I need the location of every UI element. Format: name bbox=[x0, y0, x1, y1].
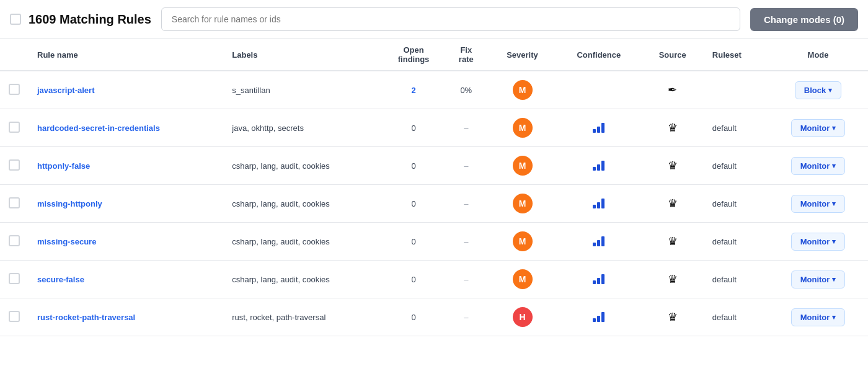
open-findings-cell: 0 bbox=[383, 147, 443, 185]
select-all-checkbox[interactable] bbox=[10, 14, 21, 25]
confidence-bar-2 bbox=[597, 164, 600, 171]
severity-cell: M bbox=[489, 185, 556, 223]
confidence-bar-2 bbox=[597, 316, 600, 322]
confidence-bar-2 bbox=[597, 240, 600, 246]
mode-button[interactable]: Monitor ▾ bbox=[791, 195, 846, 213]
crown-icon: ♛ bbox=[668, 235, 678, 248]
chevron-down-icon: ▾ bbox=[832, 124, 836, 132]
table-row: javascript-alerts_santillan20%M✒Block ▾ bbox=[0, 71, 868, 109]
mode-cell: Monitor ▾ bbox=[768, 298, 868, 336]
ruleset-cell: default bbox=[704, 261, 768, 298]
rule-labels: csharp, lang, audit, cookies bbox=[223, 147, 383, 185]
mode-label: Monitor bbox=[800, 313, 830, 322]
header-left: 1609 Matching Rules bbox=[10, 12, 151, 27]
fix-rate-cell: 0% bbox=[444, 71, 489, 109]
chevron-down-icon: ▾ bbox=[832, 162, 836, 170]
crown-icon: ♛ bbox=[668, 159, 678, 172]
confidence-bar-1 bbox=[593, 205, 596, 208]
row-checkbox[interactable] bbox=[9, 122, 20, 133]
rule-name-link[interactable]: missing-httponly bbox=[37, 199, 102, 208]
rule-labels: java, okhttp, secrets bbox=[223, 109, 383, 147]
fix-rate-cell: – bbox=[444, 298, 489, 336]
severity-cell: M bbox=[489, 109, 556, 147]
open-findings-cell: 0 bbox=[383, 223, 443, 261]
mode-button[interactable]: Monitor ▾ bbox=[791, 308, 846, 326]
table-row: hardcoded-secret-in-credentialsjava, okh… bbox=[0, 109, 868, 147]
mode-cell: Monitor ▾ bbox=[768, 147, 868, 185]
ruleset-cell: default bbox=[704, 147, 768, 185]
mode-button[interactable]: Block ▾ bbox=[795, 81, 841, 99]
confidence-bar-3 bbox=[601, 161, 604, 171]
table-row: secure-falsecsharp, lang, audit, cookies… bbox=[0, 261, 868, 298]
table-row: missing-httponlycsharp, lang, audit, coo… bbox=[0, 185, 868, 223]
ruleset-cell bbox=[704, 71, 768, 109]
source-cell: ✒ bbox=[642, 71, 704, 109]
open-findings-cell[interactable]: 2 bbox=[383, 71, 443, 109]
rules-table: Rule name Labels Openfindings Fixrate Se… bbox=[0, 39, 868, 336]
confidence-bar-3 bbox=[601, 123, 604, 133]
mode-button[interactable]: Monitor ▾ bbox=[791, 119, 846, 137]
severity-badge: M bbox=[513, 194, 533, 213]
rule-name-link[interactable]: javascript-alert bbox=[37, 86, 95, 95]
severity-badge: H bbox=[513, 307, 533, 327]
confidence-bar-1 bbox=[593, 318, 596, 322]
crown-icon: ♛ bbox=[668, 197, 678, 210]
open-findings-value[interactable]: 2 bbox=[411, 86, 415, 95]
chevron-down-icon: ▾ bbox=[832, 275, 836, 284]
confidence-bar-1 bbox=[593, 280, 596, 284]
crown-icon: ♛ bbox=[668, 273, 678, 285]
table-header: Rule name Labels Openfindings Fixrate Se… bbox=[0, 39, 868, 71]
confidence-bar-3 bbox=[601, 312, 604, 322]
confidence-cell bbox=[556, 185, 641, 223]
confidence-cell bbox=[556, 147, 641, 185]
page-title: 1609 Matching Rules bbox=[29, 12, 151, 27]
severity-cell: M bbox=[489, 147, 556, 185]
row-checkbox[interactable] bbox=[9, 273, 20, 284]
rule-name-link[interactable]: rust-rocket-path-traversal bbox=[37, 313, 135, 322]
search-input[interactable] bbox=[161, 7, 740, 31]
rules-table-container: Rule name Labels Openfindings Fixrate Se… bbox=[0, 39, 868, 336]
confidence-bars bbox=[593, 197, 604, 208]
row-checkbox[interactable] bbox=[9, 235, 20, 246]
col-header-open-findings: Openfindings bbox=[383, 39, 443, 71]
open-findings-cell: 0 bbox=[383, 298, 443, 336]
rule-name-link[interactable]: httponly-false bbox=[37, 161, 90, 171]
change-modes-button[interactable]: Change modes (0) bbox=[750, 8, 858, 31]
severity-badge: M bbox=[513, 156, 533, 176]
chevron-down-icon: ▾ bbox=[832, 238, 836, 246]
mode-label: Monitor bbox=[800, 237, 830, 246]
mode-button[interactable]: Monitor ▾ bbox=[791, 271, 846, 288]
source-cell: ♛ bbox=[642, 147, 704, 185]
mode-button[interactable]: Monitor ▾ bbox=[791, 157, 846, 175]
confidence-cell bbox=[556, 223, 641, 261]
rule-name-link[interactable]: missing-secure bbox=[37, 237, 96, 246]
ruleset-cell: default bbox=[704, 223, 768, 261]
rule-labels: s_santillan bbox=[223, 71, 383, 109]
col-header-source: Source bbox=[642, 39, 704, 71]
confidence-bar-3 bbox=[601, 199, 604, 208]
ruleset-cell: default bbox=[704, 185, 768, 223]
col-header-labels: Labels bbox=[223, 39, 383, 71]
rule-name-link[interactable]: hardcoded-secret-in-credentials bbox=[37, 123, 160, 133]
confidence-bars bbox=[593, 235, 604, 246]
severity-cell: M bbox=[489, 261, 556, 298]
row-checkbox[interactable] bbox=[9, 159, 20, 171]
confidence-cell bbox=[556, 71, 641, 109]
confidence-bar-3 bbox=[601, 274, 604, 284]
mode-cell: Monitor ▾ bbox=[768, 261, 868, 298]
confidence-cell bbox=[556, 109, 641, 147]
mode-label: Monitor bbox=[800, 199, 830, 208]
severity-badge: M bbox=[513, 231, 533, 251]
chevron-down-icon: ▾ bbox=[832, 200, 836, 208]
confidence-bar-1 bbox=[593, 129, 596, 133]
rule-name-link[interactable]: secure-false bbox=[37, 275, 84, 284]
page-header: 1609 Matching Rules Change modes (0) bbox=[0, 0, 868, 39]
mode-button[interactable]: Monitor ▾ bbox=[791, 233, 846, 251]
col-header-severity: Severity bbox=[489, 39, 556, 71]
row-checkbox[interactable] bbox=[9, 84, 20, 95]
severity-cell: M bbox=[489, 223, 556, 261]
rule-labels: csharp, lang, audit, cookies bbox=[223, 261, 383, 298]
row-checkbox[interactable] bbox=[9, 311, 20, 322]
confidence-bar-1 bbox=[593, 243, 596, 246]
row-checkbox[interactable] bbox=[9, 197, 20, 208]
